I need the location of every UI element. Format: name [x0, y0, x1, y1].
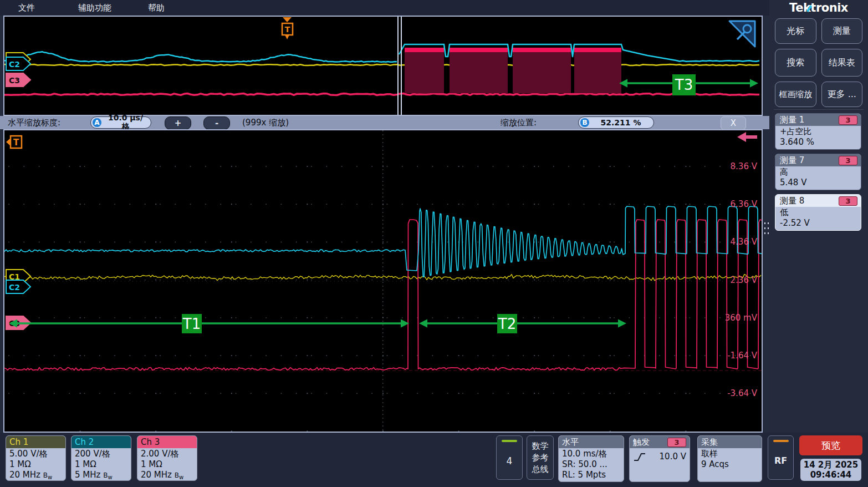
acquisition-count: 9 Acqs	[701, 459, 758, 470]
zoom-scale-knob[interactable]: A 10.0 µs/格	[90, 116, 151, 129]
voltage-label: -3.64 V	[727, 388, 758, 398]
math-label: 数学	[532, 440, 549, 452]
menu-bar: 文件 辅助功能 帮助	[0, 0, 769, 16]
svg-text:T: T	[285, 25, 290, 34]
acquisition-settings: 取样 9 Acqs	[698, 448, 762, 470]
measurement-8-source-badge: 3	[839, 196, 857, 206]
channel-2-badge[interactable]: Ch 2 200 V/格 1 MΩ 5 MHz Bw	[71, 435, 131, 481]
horizontal-header: 水平	[559, 436, 624, 448]
measurement-7-body: 高 5.48 V	[775, 166, 861, 190]
sidebar-divider	[774, 109, 864, 110]
channel-3-scale: 2.00 V/格	[141, 449, 193, 459]
trigger-level: 10.0 V	[650, 452, 686, 462]
channel-1-scale: 5.00 V/格	[9, 449, 62, 459]
overview-waveform-panel[interactable]: TC1C2C3 T3	[3, 16, 763, 116]
measurement-1-header: 测量 1 3	[775, 114, 861, 126]
measurement-7-name: 高	[780, 167, 856, 177]
zoom-factor-label: (999x 缩放)	[242, 116, 289, 129]
rising-edge-icon	[633, 452, 646, 462]
tektronix-logo: Tektronix	[769, 1, 868, 14]
measurement-8-title: 测量 8	[780, 196, 804, 206]
record-length: RL: 5 Mpts	[562, 470, 620, 480]
time-label: 09:46:44	[810, 470, 852, 480]
measurement-7-header: 测量 7 3	[775, 154, 861, 166]
results-table-label: 结果表	[829, 58, 855, 68]
trigger-badge[interactable]: 触发 3 10.0 V	[629, 435, 690, 482]
measurement-8-header: 测量 8 3	[775, 195, 861, 207]
channel-3-header: Ch 3	[137, 436, 197, 448]
cursor-button[interactable]: 光标	[775, 18, 816, 44]
t1-annotation-label: T1	[182, 314, 202, 333]
zoom-in-button[interactable]: +	[165, 116, 191, 130]
results-table-button[interactable]: 结果表	[821, 49, 863, 77]
measurement-7-source-badge: 3	[839, 156, 857, 165]
zoom-control-bar: 水平缩放标度: A 10.0 µs/格 + - (999x 缩放) 缩放位置: …	[0, 116, 769, 129]
trigger-position-icon	[283, 17, 292, 22]
measurement-8-body: 低 -2.52 V	[775, 207, 861, 230]
zoom-close-button[interactable]: X	[721, 116, 746, 130]
measurement-badge-8[interactable]: 测量 8 3 低 -2.52 V	[775, 194, 861, 231]
voltage-label: 6.36 V	[731, 199, 758, 209]
svg-text:T: T	[13, 138, 19, 148]
channel-2-impedance: 1 MΩ	[75, 459, 127, 470]
bus-label: 总线	[532, 464, 549, 475]
svg-text:C2: C2	[9, 283, 20, 292]
zoom-position-value: 52.211 %	[594, 118, 648, 127]
main-waveform-panel[interactable]: C1C2C3T8.36 V6.36 V4.36 V2.36 V360 mV-1.…	[3, 129, 763, 433]
more-button[interactable]: 更多 ...	[821, 82, 863, 107]
measurement-1-value: 3.640 %	[780, 137, 856, 148]
voltage-label: -1.64 V	[727, 351, 758, 361]
trigger-header: 触发 3	[630, 436, 690, 448]
knob-a-icon: A	[93, 118, 101, 127]
rf-button[interactable]: RF	[768, 435, 794, 480]
box-zoom-button[interactable]: 框画缩放	[775, 82, 816, 107]
zoom-position-label: 缩放位置:	[501, 116, 537, 129]
measurement-1-source-badge: 3	[839, 115, 857, 125]
search-button[interactable]: 搜索	[775, 49, 816, 77]
trigger-title: 触发	[633, 437, 650, 448]
t2-annotation-label: T2	[497, 314, 517, 333]
menu-file[interactable]: 文件	[18, 3, 35, 13]
channel-1-impedance: 1 MΩ	[9, 459, 62, 470]
channel-4-label: 4	[507, 442, 513, 479]
menu-utility[interactable]: 辅助功能	[78, 3, 111, 13]
aux-channel-4-button[interactable]: 4	[496, 435, 523, 480]
panel-resize-handle[interactable]	[763, 221, 770, 236]
trigger-level-arrow-icon	[737, 132, 746, 142]
channel-1-settings: 5.00 V/格 1 MΩ 20 MHz Bw	[6, 448, 65, 481]
channel-1-bandwidth: 20 MHz Bw	[9, 470, 62, 481]
channel-3-badge[interactable]: Ch 3 2.00 V/格 1 MΩ 20 MHz Bw	[137, 435, 197, 481]
svg-text:C3: C3	[9, 76, 20, 85]
date-label: 14 2月 2025	[804, 460, 859, 470]
overview-waveform-svg: TC1C2C3	[4, 17, 762, 115]
zoom-out-button[interactable]: -	[203, 116, 230, 130]
channel-tag-C3[interactable]: C3	[6, 73, 30, 87]
measurement-1-body: +占空比 3.640 %	[775, 126, 861, 149]
horizontal-scale: 10.0 ms/格	[562, 449, 620, 459]
horizontal-badge[interactable]: 水平 10.0 ms/格 SR: 50.0 ... RL: 5 Mpts	[558, 435, 624, 482]
svg-text:C2: C2	[9, 60, 20, 69]
main-waveform-svg: C1C2C3T8.36 V6.36 V4.36 V2.36 V360 mV-1.…	[4, 130, 762, 432]
menu-help[interactable]: 帮助	[148, 3, 165, 13]
ref-label: 参考	[532, 452, 549, 464]
math-ref-bus-button[interactable]: 数学 参考 总线	[527, 435, 554, 480]
preview-button[interactable]: 预览	[799, 435, 862, 455]
measurement-7-title: 测量 7	[780, 155, 804, 166]
zoom-position-knob[interactable]: B 52.211 %	[578, 116, 654, 129]
horizontal-settings: 10.0 ms/格 SR: 50.0 ... RL: 5 Mpts	[559, 448, 624, 481]
trigger-source-badge: 3	[667, 438, 686, 447]
channel-1-badge[interactable]: Ch 1 5.00 V/格 1 MΩ 20 MHz Bw	[6, 435, 66, 481]
voltage-label: 8.36 V	[731, 161, 758, 171]
trigger-settings: 10.0 V	[630, 448, 690, 463]
channel-2-bandwidth: 5 MHz Bw	[75, 470, 127, 481]
zoom-overview-icon[interactable]	[729, 21, 755, 47]
sample-rate: SR: 50.0 ...	[562, 459, 620, 470]
rf-label: RF	[774, 442, 787, 479]
channel-tag-C2[interactable]: C2	[6, 280, 30, 293]
measurement-badge-7[interactable]: 测量 7 3 高 5.48 V	[775, 154, 861, 190]
zoom-scale-label: 水平缩放标度:	[8, 116, 60, 129]
acquisition-badge[interactable]: 采集 取样 9 Acqs	[697, 435, 762, 482]
measure-button[interactable]: 测量	[821, 18, 863, 44]
acquisition-header: 采集	[698, 436, 762, 448]
measurement-badge-1[interactable]: 测量 1 3 +占空比 3.640 %	[775, 113, 861, 150]
